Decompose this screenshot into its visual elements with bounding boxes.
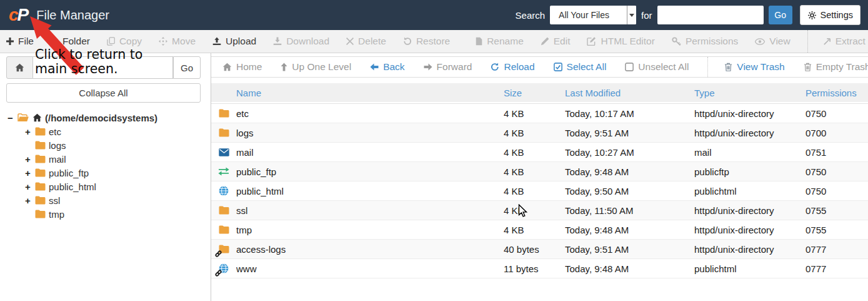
eye-icon bbox=[755, 38, 765, 45]
table-row-public_html[interactable]: public_html4 KBToday, 9:50 AMpublichtml0… bbox=[211, 181, 868, 201]
table-row-etc[interactable]: etc4 KBToday, 10:17 AMhttpd/unix-directo… bbox=[211, 104, 868, 123]
nav-item-view-trash[interactable]: View Trash bbox=[707, 57, 784, 77]
cell-type: publichtml bbox=[694, 186, 806, 196]
cell-type: httpd/unix-directory bbox=[694, 244, 806, 255]
toolbar-item-upload[interactable]: Upload bbox=[212, 36, 256, 47]
file-icon-cell bbox=[211, 162, 236, 181]
cell-permissions: 0750 bbox=[806, 108, 868, 119]
cell-modified: Today, 9:48 AM bbox=[565, 263, 694, 274]
home-icon bbox=[222, 63, 232, 71]
toolbar-item-folder[interactable]: Folder bbox=[51, 36, 90, 47]
tree-item-ssl[interactable]: +ssl bbox=[6, 193, 201, 207]
toolbar-item-label: Download bbox=[286, 36, 329, 47]
path-go-button[interactable]: Go bbox=[173, 56, 201, 79]
cpanel-logo[interactable]: cP bbox=[9, 6, 27, 24]
table-row-public_ftp[interactable]: public_ftp4 KBToday, 9:48 AMpublicftp075… bbox=[211, 162, 868, 181]
navigation-toolbar: HomeUp One LevelBackForwardReloadSelect … bbox=[211, 56, 868, 78]
nav-item-select-all[interactable]: Select All bbox=[554, 61, 607, 73]
table-rows: etc4 KBToday, 10:17 AMhttpd/unix-directo… bbox=[211, 103, 868, 278]
move-icon bbox=[159, 37, 167, 46]
folder-icon bbox=[35, 168, 46, 177]
table-row-tmp[interactable]: tmp4 KBToday, 9:48 AMhttpd/unix-director… bbox=[211, 220, 868, 240]
toolbar-item-label: Restore bbox=[416, 36, 450, 47]
gear-icon bbox=[807, 11, 817, 20]
search-label: Search bbox=[516, 10, 546, 21]
table-row-logs[interactable]: logs4 KBToday, 9:51 AMhttpd/unix-directo… bbox=[211, 123, 868, 143]
file-icon-cell bbox=[211, 240, 236, 258]
tree-item-home-democidsystems[interactable]: −(/home/democidsystems) bbox=[6, 111, 201, 125]
toolbar-item-label: Edit bbox=[554, 36, 571, 47]
home-icon bbox=[32, 113, 42, 122]
folder-open-icon bbox=[17, 113, 29, 123]
nav-item-unselect-all: Unselect All bbox=[625, 61, 689, 73]
folder-icon bbox=[219, 109, 229, 118]
directory-tree: −(/home/democidsystems)+etclogs+mail+pub… bbox=[6, 111, 201, 221]
column-header-size[interactable]: Size bbox=[504, 88, 565, 98]
toolbar-item-file[interactable]: File bbox=[6, 36, 34, 47]
path-input[interactable] bbox=[33, 56, 173, 79]
toolbar-item-move: Move bbox=[159, 36, 196, 47]
toolbar-item-label: Folder bbox=[62, 36, 90, 47]
x-icon bbox=[346, 38, 354, 45]
nav-item-back[interactable]: Back bbox=[370, 61, 404, 73]
tree-item-logs[interactable]: logs bbox=[6, 138, 201, 152]
tree-expander[interactable]: − bbox=[6, 113, 14, 123]
sidebar-home-button[interactable] bbox=[6, 56, 33, 79]
toolbar-item-view: View bbox=[755, 36, 790, 47]
nav-item-label: View Trash bbox=[737, 61, 784, 73]
file-icon-cell bbox=[211, 220, 236, 239]
folder-icon bbox=[219, 206, 229, 215]
cell-size: 40 bytes bbox=[504, 244, 565, 255]
column-header-permissions[interactable]: Permissions bbox=[806, 88, 868, 98]
search-scope-select[interactable]: All Your Files bbox=[550, 6, 636, 24]
tree-expander[interactable]: + bbox=[24, 181, 32, 192]
cell-permissions: 0755 bbox=[806, 225, 868, 235]
tree-expander[interactable]: + bbox=[24, 154, 32, 165]
table-header: Name Size Last Modified Type Permissions bbox=[211, 83, 868, 102]
tree-expander[interactable]: + bbox=[24, 195, 32, 206]
checkbox-empty-icon bbox=[625, 63, 634, 71]
collapse-all-button[interactable]: Collapse All bbox=[6, 83, 201, 103]
tree-item-tmp[interactable]: tmp bbox=[6, 207, 201, 221]
tree-item-mail[interactable]: +mail bbox=[6, 152, 201, 166]
cell-name: public_ftp bbox=[236, 166, 504, 177]
tree-expander[interactable]: + bbox=[24, 126, 32, 137]
table-row-ssl[interactable]: ssl4 KBToday, 11:50 AMhttpd/unix-directo… bbox=[211, 201, 868, 220]
cell-permissions: 0750 bbox=[806, 166, 868, 177]
cell-permissions: 0777 bbox=[806, 263, 868, 274]
sidebar: Go Collapse All −(/home/democidsystems)+… bbox=[0, 53, 211, 301]
folder-icon bbox=[219, 225, 229, 234]
cell-permissions: 0755 bbox=[806, 205, 868, 216]
file-icon-cell bbox=[211, 104, 236, 123]
table-row-access-logs[interactable]: access-logs40 bytesToday, 9:51 AMhttpd/u… bbox=[211, 240, 868, 259]
cell-modified: Today, 9:48 AM bbox=[565, 225, 694, 235]
settings-button[interactable]: Settings bbox=[800, 5, 861, 25]
cell-permissions: 0751 bbox=[806, 147, 868, 158]
main-panel: HomeUp One LevelBackForwardReloadSelect … bbox=[211, 53, 868, 301]
table-row-www[interactable]: www11 bytesToday, 9:48 AMpublichtml0777 bbox=[211, 259, 868, 278]
plus-icon bbox=[51, 38, 58, 45]
folder-icon bbox=[35, 182, 46, 191]
cell-permissions: 0777 bbox=[806, 244, 868, 255]
table-row-mail[interactable]: mail4 KBToday, 10:27 AMmail0751 bbox=[211, 143, 868, 162]
folder-icon bbox=[35, 196, 46, 205]
tree-item-public-html[interactable]: +public_html bbox=[6, 180, 201, 193]
nav-item-home: Home bbox=[222, 61, 262, 73]
tree-item-etc[interactable]: +etc bbox=[6, 125, 201, 138]
tree-item-label: etc bbox=[49, 126, 61, 137]
action-toolbar: FileFolderCopyMoveUploadDownloadDeleteRe… bbox=[0, 30, 868, 53]
search-input[interactable] bbox=[657, 6, 764, 24]
nav-item-label: Empty Trash bbox=[816, 61, 868, 73]
column-header-type[interactable]: Type bbox=[694, 88, 806, 98]
tree-item-public-ftp[interactable]: +public_ftp bbox=[6, 166, 201, 180]
nav-item-reload[interactable]: Reload bbox=[491, 61, 534, 73]
cell-permissions: 0750 bbox=[806, 186, 868, 196]
search-go-button[interactable]: Go bbox=[769, 6, 792, 24]
nav-item-label: Back bbox=[383, 61, 404, 73]
cell-name: access-logs bbox=[236, 244, 504, 255]
edit-square-icon bbox=[587, 37, 596, 46]
toolbar-item-edit: Edit bbox=[541, 36, 571, 47]
column-header-modified[interactable]: Last Modified bbox=[565, 88, 694, 98]
column-header-name[interactable]: Name bbox=[236, 88, 504, 98]
tree-expander[interactable]: + bbox=[24, 168, 32, 178]
